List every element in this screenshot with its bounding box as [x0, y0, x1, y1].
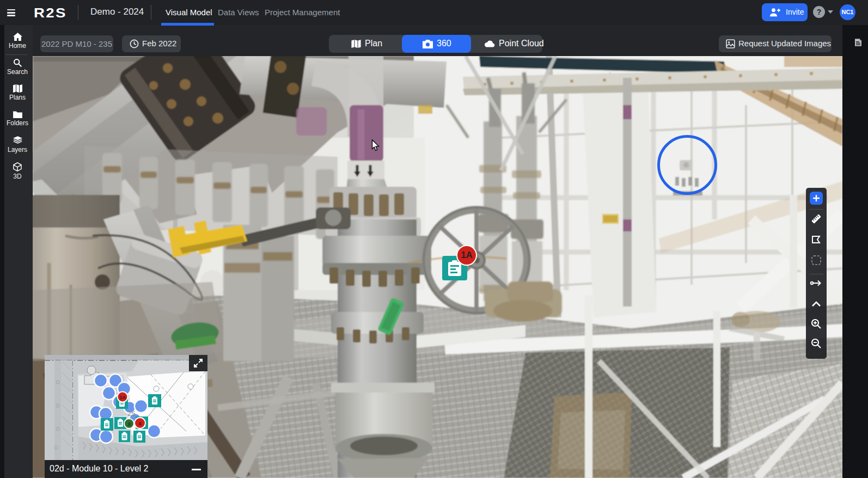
svg-text:4: 4 — [138, 421, 141, 426]
svg-text:3: 3 — [127, 421, 130, 427]
svg-text:1A: 1A — [119, 395, 126, 400]
svg-text:25: 25 — [127, 409, 135, 418]
